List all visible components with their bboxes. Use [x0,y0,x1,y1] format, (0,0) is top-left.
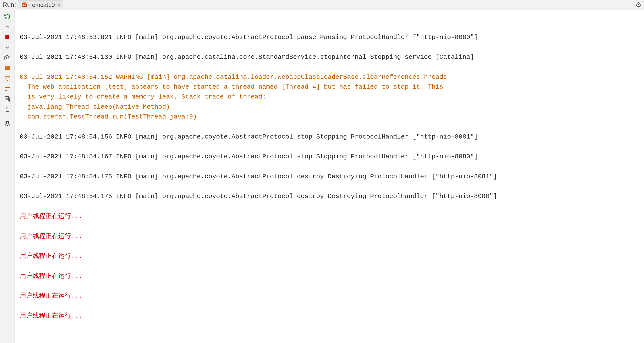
format-button[interactable] [3,64,12,73]
log-line-6: 03-Jul-2021 17:48:54.175 INFO [main] org… [20,172,639,181]
rerun-button[interactable] [3,12,12,21]
tab-close-button[interactable]: × [57,2,60,8]
svg-point-3 [24,5,26,6]
pin-button[interactable] [3,120,12,128]
left-toolbar [0,10,15,343]
log-line-2: 03-Jul-2021 17:48:54.130 INFO [main] org… [20,52,639,62]
stop-button[interactable] [3,33,12,42]
log-line-9: 用户线程正在运行... [20,231,639,241]
svg-point-2 [22,5,24,6]
main-content: 03-Jul-2021 17:48:53.821 INFO [main] org… [0,10,644,343]
camera-button[interactable] [3,53,12,62]
ide-window: Run: Tomcat10 × ⚙ [0,0,644,343]
log-line-3: 03-Jul-2021 17:48:54.152 WARNING [main] … [20,72,639,122]
svg-rect-17 [6,108,9,112]
console-output: 03-Jul-2021 17:48:53.821 INFO [main] org… [20,12,639,341]
filter-button[interactable] [3,74,12,83]
scroll-down-button[interactable] [3,43,12,52]
run-tab[interactable]: Tomcat10 × [18,1,63,10]
log-line-11: 用户线程正在运行... [20,271,639,281]
page-button[interactable] [3,95,12,104]
log-line-10: 用户线程正在运行... [20,251,639,261]
clear-button[interactable] [3,105,12,114]
title-bar-left: Run: Tomcat10 × [2,1,63,10]
tomcat-icon [21,2,28,9]
sort-button[interactable] [3,85,12,93]
svg-point-5 [6,57,8,59]
log-line-8: 用户线程正在运行... [20,211,639,221]
run-label: Run: [2,1,16,9]
svg-marker-10 [5,76,10,81]
title-bar: Run: Tomcat10 × ⚙ [0,0,644,10]
log-line-5: 03-Jul-2021 17:48:54.167 INFO [main] org… [20,152,639,162]
settings-icon[interactable]: ⚙ [635,1,642,9]
svg-rect-1 [23,3,26,4]
log-line-7: 03-Jul-2021 17:48:54.175 INFO [main] org… [20,191,639,201]
log-line-13: 用户线程正在运行... [20,311,639,321]
log-line-1: 03-Jul-2021 17:48:53.821 INFO [main] org… [20,32,639,42]
log-line-4: 03-Jul-2021 17:48:54.156 INFO [main] org… [20,132,639,142]
svg-rect-14 [5,97,9,101]
log-line-12: 用户线程正在运行... [20,291,639,301]
console-area[interactable]: 03-Jul-2021 17:48:53.821 INFO [main] org… [15,10,644,343]
scroll-up-button[interactable] [3,22,12,31]
tab-name: Tomcat10 [29,2,55,9]
svg-rect-4 [6,35,10,39]
